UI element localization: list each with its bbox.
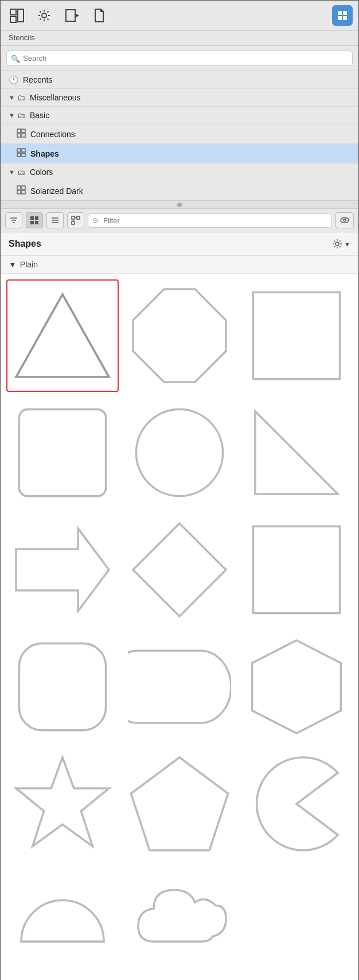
tree-item-recents[interactable]: 🕐 Recents (1, 71, 358, 89)
svg-point-40 (136, 409, 223, 496)
document-icon[interactable] (89, 5, 110, 26)
arrow-down-icon: ▼ (9, 94, 15, 101)
svg-rect-24 (35, 221, 38, 224)
svg-rect-38 (253, 292, 340, 379)
search-container: 🔍 (1, 46, 358, 71)
shape-diamond[interactable] (123, 514, 236, 626)
svg-rect-4 (66, 10, 75, 21)
stencils-label: Stencils (1, 31, 358, 46)
folder-icon-basic: 🗂 (17, 111, 25, 120)
svg-rect-11 (17, 134, 21, 137)
visibility-button[interactable] (335, 212, 354, 228)
arrow-plain-icon: ▼ (9, 260, 17, 269)
shape-pentagon[interactable] (123, 748, 236, 860)
svg-marker-47 (16, 757, 109, 846)
scroll-indicator (1, 201, 358, 209)
shape-rounded-square[interactable] (6, 631, 119, 743)
resize-icon[interactable] (61, 5, 82, 26)
svg-rect-1 (10, 17, 16, 22)
shape-square[interactable] (240, 514, 353, 626)
gear-icon[interactable] (34, 5, 54, 26)
svg-point-33 (341, 218, 349, 223)
search-icon: 🔍 (11, 54, 20, 63)
tree-item-colors-label: Colors (30, 168, 53, 177)
arrow-down-icon-basic: ▼ (9, 112, 15, 119)
shape-octagon[interactable] (123, 279, 236, 392)
tree-item-colors[interactable]: ▼ 🗂 Colors (1, 164, 358, 181)
svg-rect-16 (22, 153, 25, 157)
svg-marker-41 (255, 411, 338, 494)
svg-rect-5 (338, 11, 342, 15)
svg-rect-29 (77, 216, 80, 219)
svg-rect-28 (72, 216, 75, 219)
tree-item-solarized-label: Solarized Dark (30, 186, 83, 196)
svg-marker-43 (133, 523, 226, 616)
svg-rect-0 (10, 9, 16, 15)
grid-icon-shapes (17, 148, 26, 159)
tree-item-connections-label: Connections (30, 130, 75, 139)
share-button[interactable] (67, 212, 84, 228)
tree-item-miscellaneous[interactable]: ▼ 🗂 Miscellaneous (1, 89, 358, 107)
shape-empty (240, 865, 353, 977)
svg-marker-42 (16, 528, 109, 611)
tree-item-solarized[interactable]: Solarized Dark (1, 181, 358, 200)
svg-rect-9 (17, 129, 21, 133)
shape-circle[interactable] (123, 396, 236, 509)
shape-semicircle[interactable] (6, 865, 119, 977)
grid-icon-connections (17, 129, 26, 139)
scroll-dot (177, 203, 182, 207)
shape-triangle[interactable] (6, 279, 119, 392)
filter-wrapper: ⊙ (88, 213, 332, 228)
shape-star[interactable] (6, 748, 119, 860)
tree-item-recents-label: Recents (23, 75, 52, 84)
svg-rect-10 (22, 129, 25, 133)
shape-pacman[interactable] (240, 748, 353, 860)
svg-marker-48 (131, 757, 228, 850)
shape-stadium[interactable] (123, 631, 236, 743)
layout-icon[interactable] (6, 5, 27, 26)
list-view-btn[interactable] (46, 212, 64, 228)
shape-arrow-right[interactable] (6, 514, 119, 626)
plain-section-header[interactable]: ▼ Plain (1, 256, 358, 274)
svg-rect-23 (30, 221, 34, 224)
folder-icon-colors: 🗂 (17, 168, 25, 177)
search-input[interactable] (6, 50, 353, 66)
shapes-toolbar: ⊙ (1, 209, 358, 232)
chevron-down-icon: ▼ (344, 241, 350, 248)
svg-rect-12 (22, 134, 25, 137)
shape-cloud[interactable] (123, 865, 236, 977)
plain-section-label: Plain (20, 260, 38, 269)
tree-item-basic[interactable]: ▼ 🗂 Basic (1, 107, 358, 125)
svg-rect-7 (338, 16, 342, 20)
svg-marker-46 (252, 640, 341, 733)
tree-item-basic-label: Basic (30, 111, 49, 120)
clock-icon: 🕐 (9, 75, 18, 84)
tree-item-connections[interactable]: Connections (1, 125, 358, 144)
svg-rect-14 (22, 149, 25, 152)
svg-rect-18 (22, 186, 25, 189)
folder-icon-misc: 🗂 (17, 93, 25, 102)
svg-rect-22 (35, 216, 38, 220)
svg-point-35 (335, 242, 339, 246)
svg-rect-6 (343, 11, 347, 15)
grid-view-button[interactable] (332, 5, 353, 26)
shapes-panel-title: Shapes (9, 239, 41, 249)
shape-hexagon[interactable] (240, 631, 353, 743)
svg-point-3 (42, 13, 46, 18)
shapes-section-header: Shapes ▼ (1, 232, 358, 256)
shape-rectangle[interactable] (240, 279, 353, 392)
shape-right-triangle[interactable] (240, 396, 353, 509)
filter-input[interactable] (88, 213, 332, 228)
svg-marker-36 (16, 294, 109, 377)
svg-rect-30 (72, 221, 75, 224)
tree-item-shapes[interactable]: Shapes (1, 144, 358, 164)
svg-rect-20 (22, 190, 25, 194)
sort-button[interactable] (5, 212, 22, 228)
svg-rect-45 (19, 643, 106, 730)
grid-view-btn[interactable] (26, 212, 43, 228)
shape-rounded-rect[interactable] (6, 396, 119, 509)
svg-rect-39 (19, 409, 106, 496)
gear-dropdown-button[interactable]: ▼ (331, 238, 350, 250)
svg-rect-15 (17, 153, 21, 157)
svg-rect-8 (343, 16, 347, 20)
